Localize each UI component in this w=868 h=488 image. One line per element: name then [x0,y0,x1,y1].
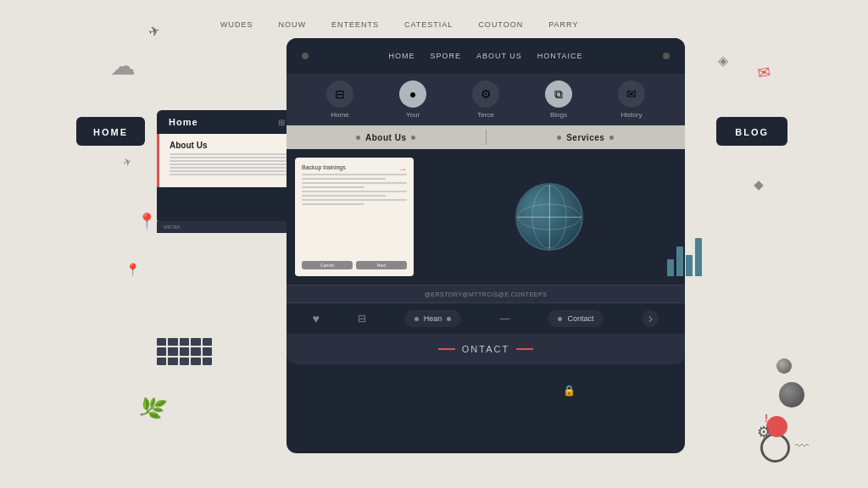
left-card-dark-section [157,187,297,221]
left-card-text-lines [170,153,287,175]
location-pin-icon: 📍 [137,212,156,230]
card-nav-home[interactable]: HOME [388,52,415,60]
location-pin-icon-2: 📍 [125,263,140,276]
icon-your[interactable]: ● Your [399,80,426,119]
services-header[interactable]: Services [487,133,686,142]
hean-btn-dot-right [447,317,451,321]
status-bar: @ERSTORY@MTTRCIS@E.CONTEEPS [287,285,685,303]
left-card-home-row[interactable]: Home ⊞ [157,110,297,134]
left-card-bottom-bar: WRITER [157,221,297,233]
top-nav-item-3[interactable]: ENTEENTS [331,20,379,29]
doc-buttons: Cancel Next [302,261,407,269]
heart-icon: ♥ [313,312,320,325]
contact-btn-dot-left [558,317,562,321]
terce-icon-circle: ⚙ [472,80,499,108]
about-dot-right [411,136,415,140]
globe-area [422,158,676,276]
blogs-icon-label: Blogs [550,111,567,119]
diamond-decoration [754,180,763,190]
square-icon: ⊟ [358,313,366,324]
history-icon-circle: ✉ [618,80,645,108]
top-nav-item-6[interactable]: PARRY [548,20,578,29]
contact-small-button[interactable]: Contact [548,310,604,327]
icon-row: ⊟ Home ● Your ⚙ Terce ⧉ Blogs ✉ History [287,74,685,125]
left-card-about-title: About Us [170,141,287,150]
globe-visualization [515,183,583,251]
top-nav-item-1[interactable]: WUDES [220,20,253,29]
doc-text-lines [302,174,407,205]
doc-arrow-icon: → [398,164,407,174]
left-card-home-label: Home [169,117,198,127]
left-sidebar-card: Home ⊞ About Us WRITER [157,110,297,233]
about-us-label: About Us [365,133,406,142]
document-card: → Backup trainings Cancel Next [295,158,414,276]
main-card: HOME SPORE ABOUT US HONTAICE ⊟ Home ● Yo… [287,38,685,453]
about-dot-left [356,136,360,140]
gear-icon-decor: ⚙ [757,423,771,441]
left-card-bottom-text: WRITER [164,225,181,230]
chart-bar-4 [695,238,702,276]
hean-btn-label: Hean [424,314,442,323]
left-card-about-section: About Us [157,134,297,187]
about-us-header[interactable]: About Us [287,133,486,142]
home-icon-label: Home [331,111,348,119]
top-navigation: WUDES NOUW ENTEENTS CATESTIAL COUTOON PA… [220,15,783,34]
minus-icon: — [499,313,509,324]
icon-blogs[interactable]: ⧉ Blogs [545,80,572,119]
hean-btn-dot-left [415,317,419,321]
left-card-home-icon: ⊞ [278,118,285,127]
status-text: @ERSTORY@MTTRCIS@E.CONTEEPS [425,291,548,297]
sphere-decoration-2 [776,358,792,374]
content-area: → Backup trainings Cancel Next [287,149,685,285]
card-nav-right-dot [663,53,670,59]
card-nav-items: HOME SPORE ABOUT US HONTAICE [309,52,663,60]
satellite-icon: ◈ [718,53,728,69]
contact-bar[interactable]: ONTACT [287,334,685,364]
bar-chart [667,238,702,276]
top-nav-item-5[interactable]: COUTOON [478,20,523,29]
card-nav-spore[interactable]: SPORE [430,52,461,60]
globe-svg [517,185,581,249]
envelope-icon: ✉ [756,63,772,83]
services-label: Services [566,133,604,142]
history-icon-label: History [621,111,643,119]
card-navigation: HOME SPORE ABOUT US HONTAICE [287,38,685,74]
waves-decoration: 〰 [795,439,809,454]
icon-terce[interactable]: ⚙ Terce [472,80,499,119]
your-icon-circle: ● [399,80,426,108]
your-icon-label: Your [406,111,420,119]
chart-bar-1 [667,259,674,276]
blog-button-label: BLOG [735,127,769,137]
services-dot-left [557,136,561,140]
top-nav-item-2[interactable]: NOUW [279,20,307,29]
blog-button[interactable]: BLOG [716,117,787,146]
card-nav-about[interactable]: ABOUT US [476,52,522,60]
icon-home[interactable]: ⊟ Home [326,80,353,119]
two-column-header: About Us Services [287,125,685,149]
bottom-buttons-row: ♥ ⊟ Hean — Contact › [287,303,685,334]
icon-history[interactable]: ✉ History [618,80,645,119]
services-dot-right [609,136,614,140]
blogs-icon-circle: ⧉ [545,80,572,108]
sphere-decoration-1 [779,382,804,408]
home-button-label: HOME [93,127,128,137]
leaf-icon: 🌿 [136,393,169,424]
next-button[interactable]: Next [356,261,407,269]
contact-bar-label: ONTACT [462,344,509,354]
hean-button[interactable]: Hean [404,310,462,327]
cancel-button[interactable]: Cancel [302,261,353,269]
card-nav-left-dot [302,53,309,59]
chart-bar-3 [686,255,693,276]
close-icon: › [642,310,659,327]
airplane-icon-2: ✈ [121,156,133,170]
card-nav-hontaice[interactable]: HONTAICE [537,52,583,60]
grid-decoration [157,338,212,365]
cloud-icon: ☁ [110,51,136,80]
contact-bar-accent-left [438,348,455,350]
chart-bar-2 [676,247,683,276]
home-button[interactable]: HOME [76,117,145,146]
terce-icon-label: Terce [477,111,494,119]
top-nav-item-4[interactable]: CATESTIAL [404,20,453,29]
home-icon-circle: ⊟ [326,80,353,108]
contact-bar-accent-right [516,348,533,350]
